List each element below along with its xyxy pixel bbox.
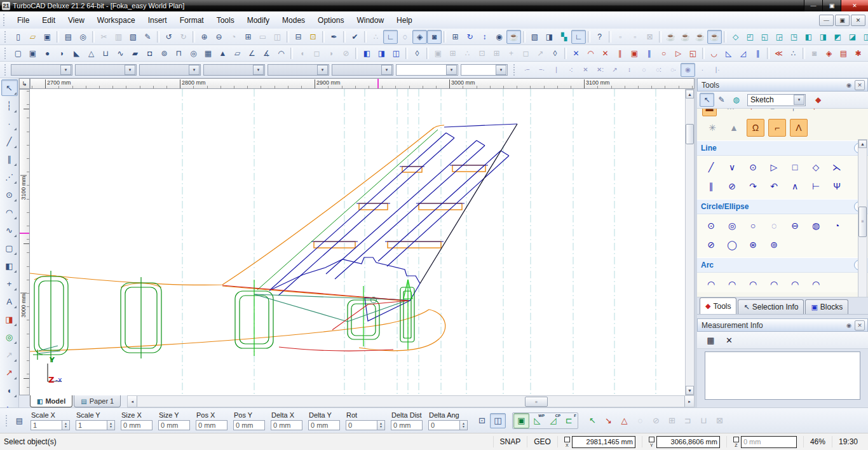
view-se-iso-button[interactable]: ◪ [845,30,860,44]
canvas-horizontal-scrollbar[interactable]: ◂ ≡ ▸ [127,395,695,407]
boolean-union-tool[interactable]: ◧ [360,46,374,60]
offset-2d-tool[interactable]: ∥ [613,46,627,60]
construction-line-tool[interactable]: ⋰ [1,168,18,185]
view-bottom-button[interactable]: ◨ [816,30,831,44]
palette-node-edit-button[interactable]: ✎ [714,93,729,107]
meet-2-lines-tool[interactable]: ✕ [598,46,613,60]
arc-clipped-icon[interactable]: ◠ [723,276,741,292]
arc-clipped-icon[interactable]: ◠ [786,276,804,292]
clipped-icon[interactable]: ▬ [702,109,717,116]
report-table-icon[interactable]: ▦ [703,333,718,347]
rotated-rectangle-tool[interactable]: ◇ [807,159,825,175]
text-tool[interactable]: A [1,293,18,310]
sweep-tool[interactable]: ⊘ [339,46,353,60]
clipped-icon[interactable]: ⋯ [723,109,738,116]
window-select-button[interactable]: ⊞ [664,413,680,428]
polyline-3d-tool[interactable]: ∠ [245,46,259,60]
render-draft-button[interactable]: ☕ [693,30,707,44]
fence-select-mode-button[interactable]: ⊏F [561,413,577,428]
extrude-tool[interactable]: ◧ [1,257,18,274]
surface-view-tool[interactable]: ◖ [1,382,18,399]
cylinder-tool[interactable]: ⊔ [98,46,113,60]
field-input[interactable] [158,420,190,430]
new-button[interactable]: ▯ [11,30,25,44]
mirror-copy-tool[interactable]: ◻ [519,46,533,60]
irregular-polygon-tool[interactable]: ▷ [765,159,783,175]
maximize-button[interactable]: ▣ [822,0,841,11]
field-input[interactable] [196,420,227,430]
render-quality-button[interactable]: ☕ [707,30,722,44]
snap-vertex-button[interactable]: −∙ [534,63,549,77]
snap-center-button[interactable]: ◌ [637,63,651,77]
trim-tool[interactable]: ✕ [569,46,583,60]
field-input[interactable] [121,420,153,430]
field-input[interactable] [233,420,265,430]
paste-special-button[interactable]: ⊟ [291,30,306,44]
circle-group-header[interactable]: Circle/Ellipse « [697,199,868,214]
combo-arrow-icon[interactable]: ▾ [446,65,457,75]
arc-clipped-icon[interactable]: ◠ [702,276,720,292]
menu-item[interactable]: Options [311,12,350,29]
ghost-select-button[interactable]: ◌ [632,413,648,428]
close-panel-icon[interactable]: ✕ [855,80,865,90]
scroll-up-icon[interactable]: ▲ [858,140,867,148]
zoom-window-tool[interactable]: ◎ [1,329,18,345]
field-input[interactable] [76,420,107,430]
camera-button[interactable]: ◉ [492,30,506,44]
polyline-tool[interactable]: ∨ [723,159,741,175]
clipped-icon[interactable]: ∙ [744,109,759,116]
open-select-button[interactable]: ⊔ [696,413,712,428]
z-coordinate-value[interactable]: 0 mm [741,436,797,448]
combo-arrow-icon[interactable]: ▾ [381,65,392,75]
brush-color-combo[interactable]: ▾ [203,64,265,76]
show-coordinate-button[interactable]: ∟ [383,30,398,44]
rotate-3d-button[interactable]: ↻ [463,30,477,44]
clipped-icon[interactable]: − [765,109,780,116]
circle-concentric-tool[interactable]: ◎ [723,217,741,234]
combo-arrow-icon[interactable]: ▾ [794,95,804,105]
tab-selection-info[interactable]: ↖ Selection Info [738,299,804,314]
field-input[interactable] [271,420,302,430]
scroll-thumb[interactable]: ≡ [858,207,867,237]
box-tool[interactable]: ▢ [11,46,25,60]
circle-diameter-tool[interactable]: ⊖ [786,217,804,234]
menu-item[interactable]: File [11,12,36,29]
clipped-icon[interactable]: ⊤ [786,109,801,116]
pin-icon[interactable]: ◉ [844,81,853,90]
circle-tangent-line-tool[interactable]: ⊘ [702,236,720,253]
arc-clipped-icon[interactable]: ◠ [807,276,825,292]
layer-combo[interactable]: ▾ [332,64,393,76]
snap-none-button[interactable]: ∙− [520,63,534,77]
view-ne-iso-button[interactable]: ◫ [860,30,868,44]
style-combo[interactable]: Sketch ▾ [747,94,806,106]
snap-midpoint-button[interactable]: ∣ [549,63,564,77]
rotated-ellipse-tool[interactable]: ⊛ [744,236,762,253]
purge-tool[interactable]: ✱ [851,46,865,60]
double-line-tool[interactable]: ∥ [702,178,720,194]
explode-tool[interactable]: ≪ [771,46,786,60]
node-edit-tool[interactable]: ∴ [786,46,801,60]
open-button[interactable]: ▱ [25,30,40,44]
copy-entity-tool[interactable]: ▣ [627,46,642,60]
field-input[interactable] [308,420,340,430]
tab-tools[interactable]: ◆ Tools [700,297,736,314]
local-snap-path[interactable]: ⌐ [768,119,786,137]
paint-bucket-icon[interactable]: ◆ [811,93,825,107]
tab-model[interactable]: ◧ Model [30,395,72,407]
scroll-right-icon[interactable]: ▸ [684,396,694,407]
snap-nearest-button[interactable]: ∙: [564,63,578,77]
brush-pattern-combo[interactable]: ▾ [268,64,329,76]
tab-blocks[interactable]: ▣ Blocks [805,299,848,314]
palette-scrollbar[interactable]: ▲ ≡ ▼ [858,139,867,297]
pyramid-tool[interactable]: ▲ [215,46,230,60]
line-single-tool[interactable]: ╱ [702,159,720,175]
scroll-thumb[interactable] [686,124,694,144]
array-tool[interactable]: ⊡ [475,46,489,60]
view-top-button[interactable]: ◧ [801,30,816,44]
y-coordinate-value[interactable]: 3066,8606 mm [656,436,720,448]
prism-tool[interactable]: ⊓ [172,46,186,60]
select-group-button[interactable]: ▫ [613,30,628,44]
print-button[interactable]: ▤ [61,30,76,44]
view-front-button[interactable]: ◰ [743,30,757,44]
spinner-icon[interactable]: ▲▼ [377,420,385,430]
